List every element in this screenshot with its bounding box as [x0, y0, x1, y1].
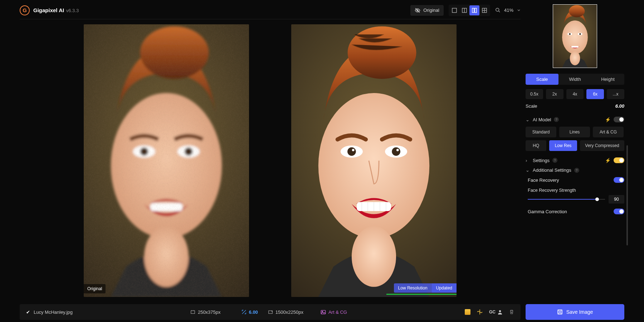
chevron-down-icon[interactable]: ⌄ — [526, 117, 530, 122]
svg-point-30 — [392, 147, 400, 156]
scale-icon — [241, 309, 247, 314]
view-mode-group — [449, 5, 490, 16]
preset-6x[interactable]: 6x — [586, 89, 604, 99]
resize-mode-tabs: Scale Width Height — [526, 74, 624, 85]
settings-auto-toggle[interactable] — [614, 157, 624, 163]
model-lines[interactable]: Lines — [559, 127, 590, 137]
compare-split-icon[interactable] — [477, 309, 483, 315]
bottom-bar: ✔ Lucy McHanley.jpg 250x375px 6.00 1500x… — [20, 304, 521, 320]
svg-rect-52 — [558, 310, 562, 314]
bolt-icon: ⚡ — [605, 158, 611, 163]
ai-model-auto-toggle[interactable] — [614, 117, 624, 122]
preset-2x[interactable]: 2x — [546, 89, 564, 99]
updated-badge-group: Low Resolution Updated — [394, 283, 457, 293]
app-logo-icon: G — [20, 5, 30, 15]
original-badge: Original — [84, 284, 106, 293]
svg-rect-40 — [321, 310, 325, 314]
svg-rect-21 — [84, 24, 249, 297]
picture-icon — [321, 309, 326, 315]
save-button-label: Save Image — [566, 309, 593, 315]
model-name: Art & CG — [328, 309, 347, 315]
chevron-down-icon — [517, 9, 521, 12]
thumbnail-preview[interactable] — [553, 4, 597, 68]
eye-off-icon — [415, 8, 420, 13]
additional-settings-label: Additional Settings — [533, 167, 571, 173]
help-icon[interactable]: ? — [552, 158, 557, 163]
svg-point-45 — [570, 51, 580, 65]
app-name: Gigapixel AI — [33, 7, 64, 13]
chevron-down-icon[interactable]: ⌄ — [526, 167, 530, 173]
view-mode-split[interactable] — [459, 5, 469, 15]
preview-original[interactable]: Original — [84, 24, 249, 297]
preset-0-5x[interactable]: 0.5x — [526, 89, 543, 99]
sidebar-scrollbar[interactable] — [626, 145, 628, 245]
view-mode-single[interactable] — [449, 5, 459, 15]
brand: G Gigapixel AI v6.3.3 — [20, 5, 79, 15]
bolt-icon: ⚡ — [605, 117, 611, 122]
original-toggle-label: Original — [423, 8, 439, 13]
svg-point-41 — [322, 311, 323, 312]
dimensions-in-icon — [190, 309, 195, 314]
ai-model-section-label: AI Model — [533, 117, 551, 122]
gamma-toggle[interactable] — [614, 209, 624, 214]
preset-custom[interactable]: ...x — [607, 89, 624, 99]
tab-height[interactable]: Height — [591, 74, 624, 85]
help-icon[interactable]: ? — [574, 168, 579, 173]
zoom-control[interactable]: 41% — [495, 8, 521, 13]
svg-point-24 — [352, 226, 396, 287]
scale-readout: 6.00 — [615, 103, 624, 109]
gc-indicator: GC — [489, 309, 503, 315]
face-recovery-toggle[interactable] — [614, 177, 624, 183]
svg-point-46 — [569, 5, 585, 17]
preview-updated[interactable]: Low Resolution Updated ☺ ☹ — [291, 24, 457, 297]
svg-point-48 — [569, 33, 571, 35]
thumbnail-icon[interactable] — [465, 309, 470, 315]
svg-point-42 — [499, 310, 501, 312]
svg-rect-2 — [452, 8, 457, 13]
tab-width[interactable]: Width — [558, 74, 591, 85]
settings-section-label: Settings — [533, 158, 550, 163]
face-strength-slider[interactable] — [528, 196, 605, 202]
model-very-compressed[interactable]: Very Compressed — [580, 140, 624, 151]
preset-4x[interactable]: 4x — [566, 89, 584, 99]
model-low-res[interactable]: Low Res — [549, 140, 577, 151]
check-icon: ✔ — [26, 309, 30, 315]
svg-rect-38 — [191, 311, 195, 314]
svg-point-28 — [352, 149, 355, 151]
source-dimensions: 250x375px — [198, 309, 221, 315]
svg-point-44 — [562, 20, 588, 54]
tab-scale[interactable]: Scale — [526, 74, 558, 85]
dimensions-out-icon — [268, 309, 273, 314]
progress-line — [386, 294, 457, 295]
model-badge: Low Resolution — [394, 283, 432, 293]
person-icon — [497, 309, 503, 315]
app-version: v6.3.3 — [66, 8, 79, 13]
svg-point-31 — [396, 149, 399, 151]
svg-rect-6 — [475, 8, 477, 13]
svg-point-10 — [496, 8, 499, 11]
view-mode-side-by-side[interactable] — [469, 5, 479, 15]
model-standard[interactable]: Standard — [526, 127, 556, 137]
model-hq[interactable]: HQ — [526, 140, 546, 151]
face-strength-value[interactable]: 90 — [609, 195, 624, 204]
svg-rect-5 — [472, 8, 474, 13]
save-image-button[interactable]: Save Image — [526, 304, 624, 320]
view-mode-grid[interactable] — [479, 5, 489, 15]
help-icon[interactable]: ? — [554, 117, 559, 122]
filename: Lucy McHanley.jpg — [34, 309, 73, 315]
trash-icon[interactable] — [509, 309, 514, 314]
svg-point-27 — [347, 147, 356, 156]
zoom-value: 41% — [504, 8, 513, 13]
chevron-right-icon[interactable]: › — [526, 158, 530, 163]
save-icon — [557, 309, 563, 315]
svg-point-50 — [579, 33, 581, 35]
face-recovery-label: Face Recovery — [528, 177, 559, 183]
original-toggle-button[interactable]: Original — [410, 5, 444, 16]
svg-line-11 — [498, 11, 500, 12]
svg-rect-51 — [571, 46, 579, 48]
svg-point-25 — [348, 26, 416, 79]
gamma-correction-label: Gamma Correction — [528, 209, 567, 214]
scale-value: 6.00 — [249, 309, 258, 315]
model-art-cg[interactable]: Art & CG — [593, 127, 624, 137]
zoom-icon — [495, 8, 501, 13]
